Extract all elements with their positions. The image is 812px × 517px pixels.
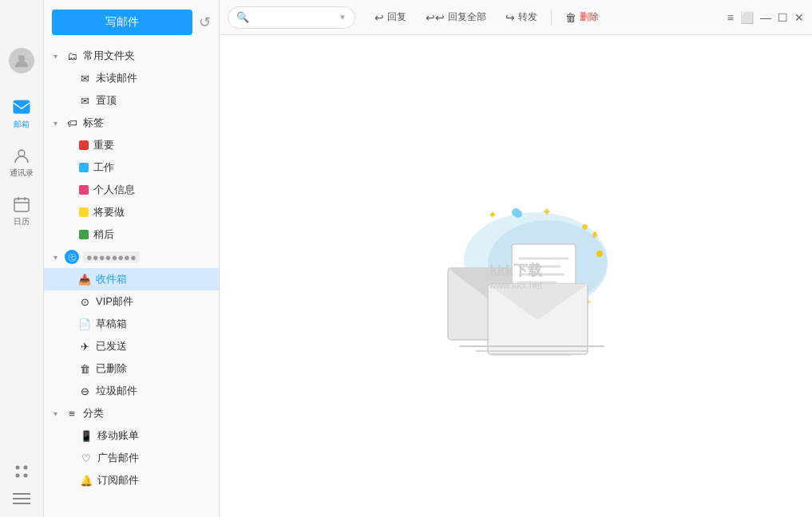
window-controls: ≡ ⬜ — ☐ ✕ bbox=[727, 11, 804, 24]
minimize-icon[interactable]: — bbox=[760, 11, 771, 24]
forward-button[interactable]: ↪ 转发 bbox=[497, 7, 545, 27]
tree-item-subscription[interactable]: 🔔 订阅邮件 bbox=[44, 469, 219, 491]
inbox-icon: 📥 bbox=[77, 274, 92, 286]
tree-item-unread[interactable]: ✉ 未读邮件 bbox=[44, 67, 219, 89]
sidebar-item-contacts[interactable]: 通讯录 bbox=[10, 146, 34, 179]
envelope-illustration: ✦ ✦ ✦ ✦ ✦ ✦ bbox=[416, 196, 616, 356]
tree-item-important[interactable]: 重要 bbox=[44, 134, 219, 156]
pinned-icon: ✉ bbox=[77, 95, 92, 107]
arrow-icon: ▾ bbox=[53, 253, 63, 262]
mail-label: 邮箱 bbox=[14, 119, 30, 130]
forward-icon: ↪ bbox=[505, 11, 515, 24]
work-label: 工作 bbox=[93, 160, 114, 175]
mobile-bill-label: 移动账单 bbox=[97, 428, 139, 443]
reply-all-button[interactable]: ↩↩ 回复全部 bbox=[418, 7, 494, 27]
color-dot-todo bbox=[79, 207, 89, 217]
tree-item-vip[interactable]: ⊙ VIP邮件 bbox=[44, 290, 219, 313]
search-icon: 🔍 bbox=[236, 11, 249, 23]
drafts-icon: 📄 bbox=[77, 318, 92, 330]
color-dot-work bbox=[79, 163, 89, 172]
tree-item-later[interactable]: 稍后 bbox=[44, 223, 219, 246]
ad-mail-label: 广告邮件 bbox=[97, 451, 139, 465]
main-area: 🔍 ▼ ↩ 回复 ↩↩ 回复全部 ↪ 转发 🗑 删除 ≡ ⬜ — ☐ ✕ bbox=[220, 0, 812, 517]
delete-label: 删除 bbox=[580, 10, 599, 24]
calendar-icon bbox=[12, 195, 31, 214]
tree-item-sent[interactable]: ✈ 已发送 bbox=[44, 335, 219, 357]
close-icon[interactable]: ✕ bbox=[794, 11, 804, 24]
maximize-icon[interactable]: ☐ bbox=[778, 11, 788, 24]
reply-button[interactable]: ↩ 回复 bbox=[366, 7, 414, 27]
calendar-label: 日历 bbox=[14, 216, 30, 227]
personal-label: 个人信息 bbox=[93, 183, 135, 197]
tree-item-pinned[interactable]: ✉ 置顶 bbox=[44, 89, 219, 112]
tree-item-inbox[interactable]: 📥 收件箱 bbox=[44, 268, 219, 290]
svg-rect-3 bbox=[14, 199, 29, 211]
pinned-label: 置顶 bbox=[96, 93, 117, 108]
tree-item-work[interactable]: 工作 bbox=[44, 156, 219, 179]
tree-item-account[interactable]: ▾ ㊆ ●●●●●●●● bbox=[44, 246, 219, 268]
svg-point-15 bbox=[514, 210, 522, 218]
search-input[interactable] bbox=[253, 12, 335, 23]
svg-point-0 bbox=[18, 55, 25, 61]
arrow-icon: ▾ bbox=[53, 409, 63, 418]
tree-item-mobile-bill[interactable]: 📱 移动账单 bbox=[44, 424, 219, 447]
drafts-label: 草稿箱 bbox=[96, 317, 127, 331]
svg-point-7 bbox=[24, 474, 28, 478]
reply-icon: ↩ bbox=[374, 11, 384, 24]
reply-label: 回复 bbox=[387, 10, 406, 24]
color-dot-later bbox=[79, 230, 89, 239]
compose-button[interactable]: 写邮件 bbox=[52, 10, 192, 35]
sent-icon: ✈ bbox=[77, 341, 92, 353]
more-apps-button[interactable] bbox=[13, 463, 30, 480]
refresh-button[interactable]: ↺ bbox=[199, 14, 211, 31]
folder-tree: ▾ 🗂 常用文件夹 ✉ 未读邮件 ✉ 置顶 ▾ 🏷 标签 重要 工作 bbox=[44, 45, 219, 499]
important-label: 重要 bbox=[93, 138, 114, 152]
toolbar: 🔍 ▼ ↩ 回复 ↩↩ 回复全部 ↪ 转发 🗑 删除 ≡ ⬜ — ☐ ✕ bbox=[220, 0, 812, 35]
tree-item-personal[interactable]: 个人信息 bbox=[44, 179, 219, 201]
icon-bar: 邮箱 通讯录 日历 bbox=[0, 0, 44, 517]
search-dropdown-icon[interactable]: ▼ bbox=[339, 13, 347, 22]
svg-text:✦: ✦ bbox=[488, 208, 497, 221]
save-icon[interactable]: ⬜ bbox=[740, 11, 754, 24]
forward-label: 转发 bbox=[518, 10, 537, 24]
mail-icon bbox=[12, 97, 31, 116]
avatar[interactable] bbox=[9, 48, 34, 73]
tree-item-todo[interactable]: 将要做 bbox=[44, 201, 219, 223]
search-box[interactable]: 🔍 ▼ bbox=[228, 6, 355, 29]
common-folders-label: 常用文件夹 bbox=[83, 49, 135, 63]
sidebar-item-calendar[interactable]: 日历 bbox=[12, 195, 31, 227]
spam-label: 垃圾邮件 bbox=[96, 384, 137, 398]
sidebar: 写邮件 ↺ ▾ 🗂 常用文件夹 ✉ 未读邮件 ✉ 置顶 ▾ 🏷 标签 重要 bbox=[44, 0, 220, 517]
sidebar-item-mail[interactable]: 邮箱 bbox=[12, 97, 31, 130]
svg-point-16 bbox=[596, 251, 603, 257]
subscription-label: 订阅邮件 bbox=[97, 473, 139, 487]
tree-item-deleted[interactable]: 🗑 已删除 bbox=[44, 357, 219, 380]
inbox-label: 收件箱 bbox=[96, 272, 127, 286]
spam-icon: ⊖ bbox=[77, 385, 92, 397]
unread-label: 未读邮件 bbox=[96, 71, 137, 85]
reply-all-icon: ↩↩ bbox=[426, 11, 445, 24]
tree-item-categories[interactable]: ▾ ≡ 分类 bbox=[44, 402, 219, 424]
tree-item-ad-mail[interactable]: ♡ 广告邮件 bbox=[44, 447, 219, 469]
svg-rect-1 bbox=[14, 101, 30, 113]
tree-item-common-folders[interactable]: ▾ 🗂 常用文件夹 bbox=[44, 45, 219, 67]
categories-label: 分类 bbox=[83, 406, 104, 420]
ad-icon: ♡ bbox=[79, 452, 93, 464]
subscription-icon: 🔔 bbox=[79, 475, 93, 487]
color-dot-personal bbox=[79, 185, 89, 195]
svg-point-4 bbox=[16, 466, 20, 470]
tag-icon: 🏷 bbox=[65, 117, 79, 129]
menu-button[interactable] bbox=[13, 492, 30, 505]
account-icon: ㊆ bbox=[65, 250, 79, 264]
delete-button[interactable]: 🗑 删除 bbox=[557, 7, 607, 27]
contacts-label: 通讯录 bbox=[10, 168, 34, 179]
tree-item-drafts[interactable]: 📄 草稿箱 bbox=[44, 313, 219, 335]
icon-bar-bottom bbox=[13, 463, 30, 505]
menu-icon[interactable]: ≡ bbox=[727, 11, 734, 24]
vip-icon: ⊙ bbox=[77, 296, 92, 308]
sidebar-top: 写邮件 ↺ bbox=[44, 0, 219, 45]
tree-item-tags[interactable]: ▾ 🏷 标签 bbox=[44, 112, 219, 134]
delete-icon: 🗑 bbox=[565, 11, 576, 24]
tree-item-spam[interactable]: ⊖ 垃圾邮件 bbox=[44, 380, 219, 402]
categories-icon: ≡ bbox=[65, 408, 79, 420]
